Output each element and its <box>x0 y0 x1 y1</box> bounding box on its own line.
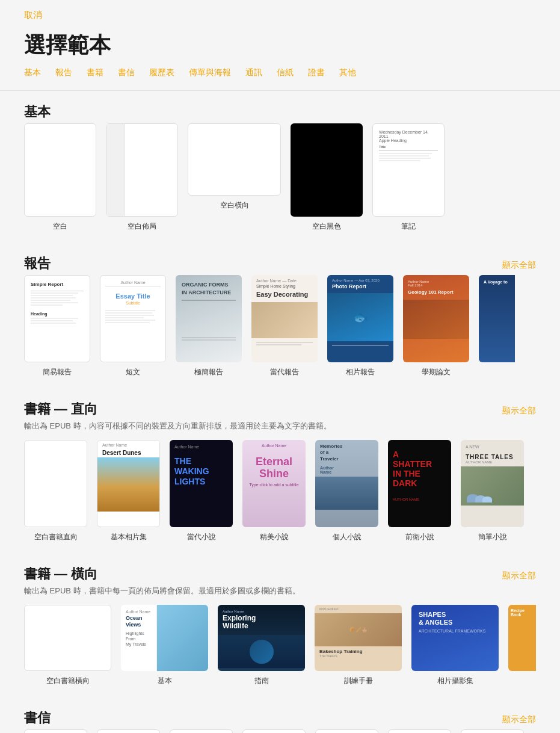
label-eternal-shine: 精美小說 <box>260 532 289 542</box>
cancel-button[interactable]: 取消 <box>24 10 42 21</box>
books-portrait-section-header: 書籍 — 直向 顯示全部 <box>24 400 536 418</box>
template-ocean-views[interactable]: Author Name OceanViews Highlights FromMy… <box>121 605 208 686</box>
label-organic: 極簡報告 <box>194 367 223 377</box>
tab-basic[interactable]: 基本 <box>24 67 41 78</box>
label-geology: 學期論文 <box>422 367 451 377</box>
thumb-blank <box>24 123 96 217</box>
template-photo-report[interactable]: Author Name — Apr 03, 2020 Photo Report … <box>327 275 393 377</box>
template-shapes-angles[interactable]: SHAPES& ANGLES Architectural Frameworks … <box>411 605 499 686</box>
tab-newsletters[interactable]: 通訊 <box>245 67 262 78</box>
label-blank-book-landscape: 空白書籍橫向 <box>46 676 90 686</box>
template-exploring-wildlife[interactable]: Author Name ExploringWildlife 指南 <box>218 605 305 686</box>
label-bakeshop: 訓練手冊 <box>344 676 373 686</box>
thumb-waking-lights: Author Name THEWAKINGLIGHTS <box>170 440 233 527</box>
template-letter-7[interactable] <box>461 729 524 733</box>
template-blank-book-portrait[interactable]: 空白書籍直向 <box>24 440 87 542</box>
reports-show-all-button[interactable]: 顯示全部 <box>502 260 536 271</box>
tab-other[interactable]: 其他 <box>339 67 356 78</box>
category-tabs: 基本 報告 書籍 書信 履歷表 傳單與海報 通訊 信紙 證書 其他 <box>0 67 560 91</box>
template-letter-2[interactable]: Your Name <box>97 729 160 733</box>
template-geology[interactable]: Author NameFall 2014 Geology 101 Report … <box>403 275 469 377</box>
thumb-blank-landscape <box>188 123 281 196</box>
tab-resume[interactable]: 履歷表 <box>149 67 174 78</box>
label-three-tales: 簡單小說 <box>478 532 507 542</box>
books-landscape-show-all-button[interactable]: 顯示全部 <box>502 571 536 581</box>
tab-stationery[interactable]: 信紙 <box>277 67 294 78</box>
template-blank[interactable]: 空白 <box>24 123 96 232</box>
template-letter-1[interactable]: Your Name <box>24 729 87 733</box>
template-waking-lights[interactable]: Author Name THEWAKINGLIGHTS 當代小說 <box>170 440 233 542</box>
letters-section-title: 書信 <box>24 709 51 727</box>
template-organic[interactable]: ORGANIC FORMSIN ARCHITECTURE 極簡報告 <box>176 275 242 377</box>
tab-reports[interactable]: 報告 <box>55 67 72 78</box>
thumb-shatter-dark: ASHATTERIN THEDARK AUTHOR NAME <box>388 440 451 527</box>
books-portrait-section: 書籍 — 直向 顯示全部 輸出為 EPUB 時，內容可根據不同的裝置及方向重新排… <box>0 388 560 553</box>
thumb-recipe: RecipeBook <box>508 605 536 671</box>
label-memories-traveler: 個人小說 <box>333 532 362 542</box>
template-notes[interactable]: Wednesday December 14, 2011Apple Heading… <box>372 123 445 232</box>
thumb-geology: Author NameFall 2014 Geology 101 Report <box>403 275 469 362</box>
tab-flyers[interactable]: 傳單與海報 <box>189 67 231 78</box>
reports-section-header: 報告 顯示全部 <box>24 255 536 273</box>
template-blank-black[interactable]: 空白黑色 <box>291 123 363 232</box>
books-landscape-templates-row: 空白書籍橫向 Author Name OceanViews Highlights… <box>24 605 536 686</box>
thumb-eternal-shine: Author Name EternalShine Type click to a… <box>242 440 306 527</box>
thumb-sender-2: Sender Name <box>242 729 306 733</box>
books-portrait-templates-row: 空白書籍直向 Author Name Desert Dunes 基本相片集 Au… <box>24 440 536 542</box>
template-three-tales[interactable]: A NEW THREE TALES AUTHOR NAME 簡單小說 <box>461 440 524 542</box>
template-simple-report[interactable]: Simple Report Heading 簡易報告 <box>24 275 90 377</box>
reports-templates-row: Simple Report Heading 簡易報告 Author Name <box>24 275 536 377</box>
letters-show-all-button[interactable]: 顯示全部 <box>502 714 536 725</box>
label-blank: 空白 <box>53 221 67 232</box>
template-blank-book-landscape[interactable]: 空白書籍橫向 <box>24 605 111 686</box>
tab-books[interactable]: 書籍 <box>87 67 103 78</box>
thumb-letter-1: Your Name <box>24 729 87 733</box>
page-title: 選擇範本 <box>0 26 560 67</box>
letters-templates-row: Your Name Your Name <box>24 729 536 733</box>
label-blank-landscape: 空白橫向 <box>220 200 249 211</box>
thumb-letter-7 <box>461 729 524 733</box>
thumb-blank-book-portrait <box>24 440 87 527</box>
thumb-blank-black <box>291 123 363 217</box>
books-portrait-show-all-button[interactable]: 顯示全部 <box>502 406 536 416</box>
letters-section-header: 書信 顯示全部 <box>24 709 536 727</box>
template-letter-5[interactable]: Your Name <box>315 729 378 733</box>
template-desert-dunes[interactable]: Author Name Desert Dunes 基本相片集 <box>97 440 160 542</box>
template-decorating[interactable]: Author Name — Date Simple Home Styling E… <box>251 275 318 377</box>
template-voyage[interactable]: A Voyage to <box>479 275 515 377</box>
template-blank-landscape[interactable]: 空白橫向 <box>188 123 281 232</box>
thumb-letter-5: Your Name <box>315 729 378 733</box>
label-decorating: 當代報告 <box>270 367 299 377</box>
tab-certificates[interactable]: 證書 <box>308 67 325 78</box>
template-sender-2[interactable]: Sender Name <box>242 729 306 733</box>
books-portrait-subtitle: 輸出為 EPUB 時，內容可根據不同的裝置及方向重新排版，最適用於主要為文字的書… <box>24 421 536 431</box>
thumb-notes: Wednesday December 14, 2011Apple Heading… <box>372 123 445 217</box>
label-exploring-wildlife: 指南 <box>254 676 269 686</box>
template-blank-layout[interactable]: 空白佈局 <box>106 123 178 232</box>
template-shatter-dark[interactable]: ASHATTERIN THEDARK AUTHOR NAME 前衛小說 <box>388 440 451 542</box>
template-bakeshop[interactable]: 60th Edition 🥐🥖🎂 Bakeshop Training The B… <box>315 605 402 686</box>
label-photo-report: 相片報告 <box>346 367 375 377</box>
reports-section: 報告 顯示全部 Simple Report Heading 簡易報告 <box>0 243 560 388</box>
thumb-exploring-wildlife: Author Name ExploringWildlife <box>218 605 305 671</box>
basic-section-header: 基本 <box>24 103 536 121</box>
thumb-organic: ORGANIC FORMSIN ARCHITECTURE <box>176 275 242 362</box>
thumb-voyage: A Voyage to <box>479 275 515 362</box>
label-blank-book-portrait: 空白書籍直向 <box>34 532 78 542</box>
thumb-shapes-angles: SHAPES& ANGLES Architectural Frameworks <box>411 605 499 671</box>
books-landscape-section: 書籍 — 橫向 顯示全部 輸出為 EPUB 時，書籍中每一頁的佈局將會保留。最適… <box>0 553 560 697</box>
template-essay[interactable]: Author Name Essay Title Subtitle 短文 <box>100 275 166 377</box>
letters-section: 書信 顯示全部 Your Name Your Name <box>0 697 560 733</box>
template-sender-1[interactable]: SENDER NAME <box>170 729 233 733</box>
label-simple-report: 簡易報告 <box>43 367 72 377</box>
label-waking-lights: 當代小說 <box>187 532 216 542</box>
reports-section-title: 報告 <box>24 255 51 273</box>
label-essay: 短文 <box>126 367 140 377</box>
thumb-blank-book-landscape <box>24 605 111 671</box>
template-letter-6[interactable] <box>388 729 451 733</box>
template-recipe[interactable]: RecipeBook <box>508 605 536 686</box>
tab-letters[interactable]: 書信 <box>118 67 135 78</box>
books-landscape-title: 書籍 — 橫向 <box>24 565 97 583</box>
template-memories-traveler[interactable]: Memoriesof aTraveler AuthorName 個人小說 <box>315 440 378 542</box>
template-eternal-shine[interactable]: Author Name EternalShine Type click to a… <box>242 440 306 542</box>
